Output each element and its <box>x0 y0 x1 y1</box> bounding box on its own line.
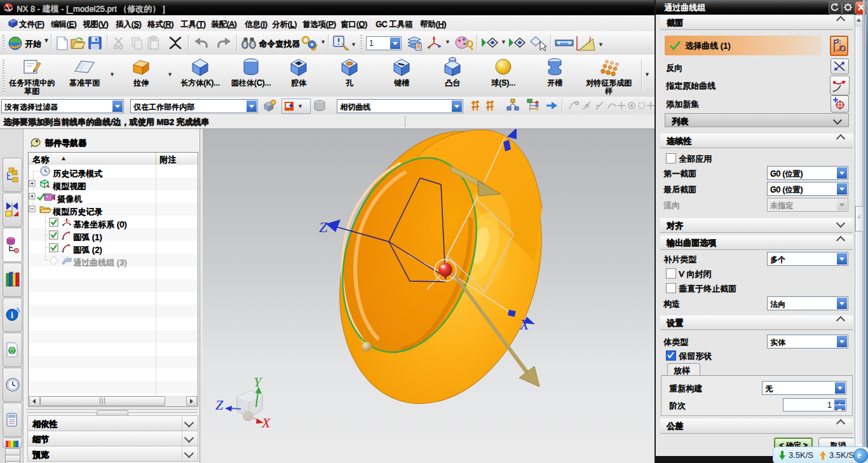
svg-text:Z: Z <box>215 397 224 413</box>
svg-text:X: X <box>519 316 530 333</box>
svg-text:Y: Y <box>254 374 263 390</box>
svg-text:X: X <box>261 415 271 431</box>
svg-text:i: i <box>11 310 13 320</box>
svg-text:Z: Z <box>319 219 328 235</box>
